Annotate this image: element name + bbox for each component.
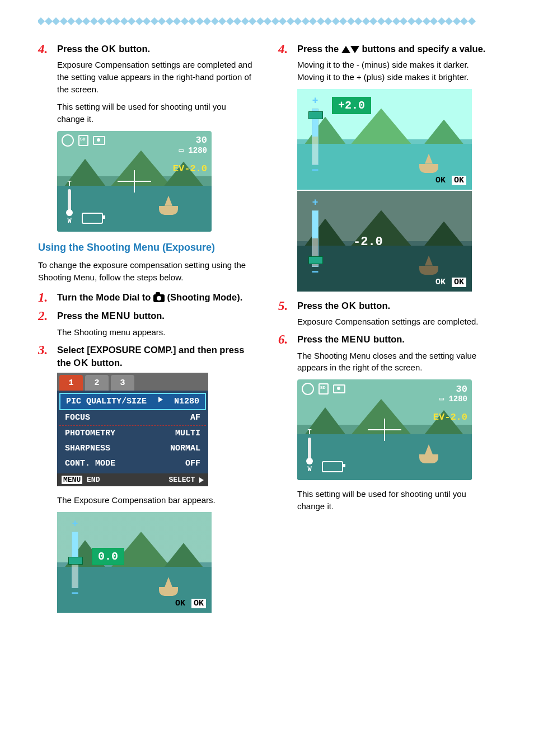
ev-value-badge: 0.0 [92,548,124,565]
battery-icon [82,213,103,224]
ev-value-label: -2.0 [348,233,388,251]
battery-icon [322,461,343,472]
menu-item-label: FOCUS [65,413,90,422]
step-body: The Exposure Compensation bar appears. [57,494,256,506]
menu-item-label: SHARPNESS [65,444,110,453]
menu-item-value: NORMAL [170,444,200,453]
text: Press the [57,44,101,54]
text: Press the [297,334,341,344]
flash-off-icon [62,134,74,147]
step-3: 3. Select [EXPOSURE COMP.] and then pres… [38,344,256,369]
text: Turn the Mode Dial to [57,292,153,302]
paragraph: Exposure Compensation settings are compl… [57,59,256,95]
remaining-shots: 30 [456,384,467,395]
plus-icon: + [312,196,318,208]
step-number: 1. [38,291,50,304]
step-number: 4. [278,43,291,55]
ok-indicator: OK OK [435,278,466,287]
step-body: Exposure Compensation settings are compl… [57,59,256,125]
menu-item-label: PIC QUALITY/SIZE [66,397,147,406]
step-5: 5. Press the OK button. [278,299,496,312]
sd-card-icon [78,135,88,146]
minus-icon: − [312,269,319,275]
section-title: Using the Shooting Menu (Exposure) [38,242,256,253]
text: button. [116,44,150,54]
intro-text: To change the exposure compensation sett… [38,259,256,284]
text: button. [357,300,390,311]
step-heading: Press the MENU button. [57,309,165,322]
focus-crosshair [368,419,401,441]
plus-icon: + [312,95,318,106]
step-heading: Press the OK button. [297,299,390,312]
menu-tab-1: 1 [59,375,83,391]
ok-glyph: OK [341,300,357,311]
menu-row-selected: PIC QUALITY/SIZE N1280 [59,393,206,410]
menu-item-value: MULTI [175,429,200,438]
menu-item-label: PHOTOMETRY [65,429,115,438]
plus-icon: + [72,518,78,529]
flash-off-icon [302,383,314,395]
menu-tab-2: 2 [85,375,109,391]
step-number: 4. [38,43,50,55]
camera-mode-icon [93,136,105,145]
zoom-indicator: T W [63,180,76,225]
menu-item-value: AF [190,413,200,422]
step-4-right: 4. Press the buttons and specify a value… [278,43,496,55]
ev-value: EV-2.0 [433,412,467,422]
step-heading: Press the OK button. [57,43,150,55]
ev-slider: + − [68,518,82,596]
ev-slider: + − [308,196,322,275]
exposure-bar-screenshot: + − 0.0 OK OK [57,512,212,613]
ev-value-badge: +2.0 [332,97,371,114]
down-arrow-icon [350,46,359,53]
menu-row: FOCUS AF [59,410,206,426]
menu-row: CONT. MODE OFF [59,456,206,471]
menu-item-value: OFF [185,459,200,468]
ok-indicator: OK OK [435,176,466,185]
shooting-menu-screenshot: 1 2 3 PIC QUALITY/SIZE N1280 FOCUS AF PH… [57,373,208,486]
image-size-indicator: ▭ 1280 [179,145,207,155]
menu-row: PHOTOMETRY MULTI [59,426,206,441]
step-number: 5. [278,299,291,312]
paragraph: Moving it to the - (minus) side makes it… [297,59,496,83]
exposure-minus-screenshot: + − -2.0 OK OK [297,191,472,292]
step-body: Exposure Compensation settings are compl… [297,316,496,328]
camera-preview-screenshot: 30 ▭ 1280 EV-2.0 T W [297,379,472,480]
paragraph: The Shooting Menu closes and the setting… [297,350,496,374]
step-body: This setting will be used for shooting u… [297,488,496,513]
minus-icon: − [312,167,319,173]
left-column: 4. Press the OK button. Exposure Compens… [38,43,256,621]
paragraph: This setting will be used for shooting u… [297,488,496,513]
menu-glyph: MENU [101,311,131,321]
sd-card-icon [318,383,329,395]
ok-glyph: OK [73,358,88,368]
menu-item-value: N1280 [174,397,199,406]
paragraph: This setting will be used for shooting u… [57,101,256,125]
step-body: Moving it to the - (minus) side makes it… [297,59,496,83]
up-arrow-icon [341,46,350,53]
step-2: 2. Press the MENU button. [38,309,256,322]
step-body: The Shooting menu appears. [57,326,256,339]
step-number: 6. [278,333,291,346]
step-body: The Shooting Menu closes and the setting… [297,350,496,374]
right-arrow-icon [158,397,163,402]
ev-value: EV-2.0 [173,163,207,174]
step-heading: Press the MENU button. [297,333,405,346]
menu-tabs: 1 2 3 [57,373,208,391]
text: button. [130,311,164,321]
step-number: 3. [38,344,50,369]
step-4-left: 4. Press the OK button. [38,43,256,55]
text: SELECT [168,476,195,484]
step-1: 1. Turn the Mode Dial to (Shooting Mode)… [38,291,256,304]
step-heading: Select [EXPOSURE COMP.] and then press t… [57,344,256,369]
text: button. [371,334,404,344]
text: buttons and specify a value. [359,44,486,54]
step-6: 6. Press the MENU button. [278,333,496,346]
menu-badge: MENU [62,476,82,484]
camera-icon [153,294,165,302]
paragraph: The Exposure Compensation bar appears. [57,494,256,506]
menu-glyph: MENU [341,334,371,344]
ok-glyph: OK [101,44,116,54]
text: Press the [297,44,341,54]
menu-tab-3: 3 [111,375,134,391]
